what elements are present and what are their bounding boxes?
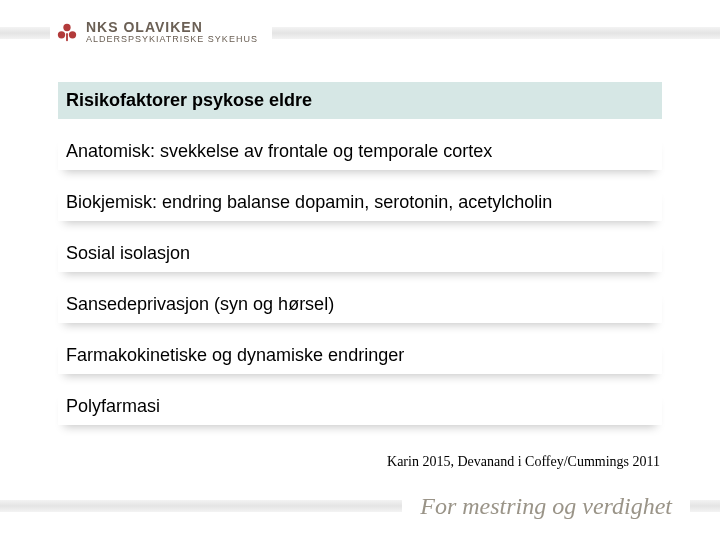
logo-text: NKS OLAVIKEN ALDERSPSYKIATRISKE SYKEHUS [86,20,258,45]
citation-text: Karin 2015, Devanand i Coffey/Cummings 2… [387,454,660,470]
svg-rect-3 [66,33,68,41]
list-item: Anatomisk: svekkelse av frontale og temp… [58,133,662,170]
svg-point-2 [69,31,76,38]
list-item: Polyfarmasi [58,388,662,425]
list-item: Sansedeprivasjon (syn og hørsel) [58,286,662,323]
logo-brand: NKS OLAVIKEN [86,19,203,35]
footer-band: For mestring og verdighet [0,486,720,526]
list-item: Sosial isolasjon [58,235,662,272]
svg-point-0 [63,23,70,30]
footer-tagline: For mestring og verdighet [402,491,690,522]
slide-title: Risikofaktorer psykose eldre [58,82,662,119]
clover-icon [56,22,78,44]
list-item: Farmakokinetiske og dynamiske endringer [58,337,662,374]
logo: NKS OLAVIKEN ALDERSPSYKIATRISKE SYKEHUS [50,16,272,49]
list-item: Biokjemisk: endring balanse dopamin, ser… [58,184,662,221]
svg-point-1 [58,31,65,38]
content-area: Risikofaktorer psykose eldre Anatomisk: … [58,82,662,425]
header-band: NKS OLAVIKEN ALDERSPSYKIATRISKE SYKEHUS [0,5,720,60]
logo-subline: ALDERSPSYKIATRISKE SYKEHUS [86,34,258,44]
